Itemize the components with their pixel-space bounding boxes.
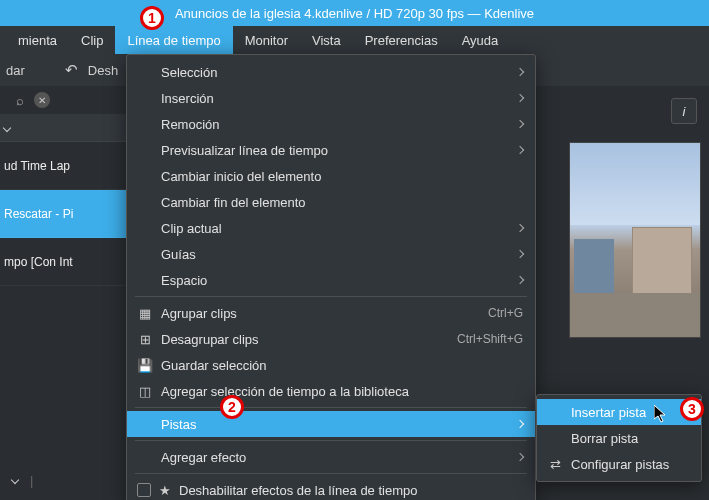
chevron-right-icon [516, 68, 524, 76]
checkbox-icon[interactable] [137, 483, 151, 497]
menu-separator [135, 407, 527, 408]
dropdown-icon[interactable] [11, 476, 19, 484]
clip-item[interactable]: mpo [Con Int [0, 238, 130, 286]
menu-item-deshabilitar-efectos[interactable]: ★ Deshabilitar efectos de la línea de ti… [127, 477, 535, 500]
ungroup-icon: ⊞ [137, 331, 153, 347]
monitor-preview[interactable] [569, 142, 701, 338]
menu-item-pistas[interactable]: Pistas [127, 411, 535, 437]
menu-item-agregar-biblioteca[interactable]: ◫Agregar selección de tiempo a la biblio… [127, 378, 535, 404]
menubar: mienta Clip Línea de tiempo Monitor Vist… [0, 26, 709, 54]
clip-item[interactable]: ud Time Lap [0, 142, 130, 190]
window-titlebar: Anuncios de la iglesia 4.kdenlive / HD 7… [0, 0, 709, 26]
save-icon: 💾 [137, 357, 153, 373]
menu-item-previsualizar[interactable]: Previsualizar línea de tiempo [127, 137, 535, 163]
close-icon[interactable]: ✕ [34, 92, 50, 108]
menu-item-remocion[interactable]: Remoción [127, 111, 535, 137]
chevron-right-icon [516, 224, 524, 232]
annotation-2: 2 [220, 395, 244, 419]
submenu-borrar-pista[interactable]: Borrar pista [537, 425, 701, 451]
menu-item-desagrupar[interactable]: ⊞Desagrupar clipsCtrl+Shift+G [127, 326, 535, 352]
menu-linea-de-tiempo[interactable]: Línea de tiempo [115, 26, 232, 54]
submenu-insertar-pista[interactable]: Insertar pista [537, 399, 701, 425]
window-title: Anuncios de la iglesia 4.kdenlive / HD 7… [175, 6, 534, 21]
menu-separator [135, 296, 527, 297]
chevron-right-icon [516, 453, 524, 461]
menu-item-guardar-seleccion[interactable]: 💾Guardar selección [127, 352, 535, 378]
search-icon[interactable]: ⌕ [16, 93, 24, 108]
menu-item-agrupar[interactable]: ▦Agrupar clipsCtrl+G [127, 300, 535, 326]
bookmark-icon: ◫ [137, 383, 153, 399]
menu-herramienta[interactable]: mienta [6, 26, 69, 54]
info-icon: i [683, 104, 686, 119]
menu-item-seleccion[interactable]: Selección [127, 59, 535, 85]
annotation-1: 1 [140, 6, 164, 30]
project-bin: ud Time Lap Rescatar - Pi mpo [Con Int [0, 114, 130, 286]
chevron-right-icon [516, 250, 524, 258]
timeline-menu: Selección Inserción Remoción Previsualiz… [126, 54, 536, 500]
chevron-right-icon [516, 146, 524, 154]
menu-vista[interactable]: Vista [300, 26, 353, 54]
menu-item-espacio[interactable]: Espacio [127, 267, 535, 293]
chevron-right-icon [516, 276, 524, 284]
menu-clip[interactable]: Clip [69, 26, 115, 54]
chevron-right-icon [516, 94, 524, 102]
star-icon: ★ [159, 483, 171, 498]
menu-item-insercion[interactable]: Inserción [127, 85, 535, 111]
chevron-right-icon [516, 420, 524, 428]
undo-button[interactable]: Desh [88, 63, 118, 78]
menu-preferencias[interactable]: Preferencias [353, 26, 450, 54]
bin-header[interactable] [0, 114, 130, 142]
menu-separator [135, 440, 527, 441]
menu-ayuda[interactable]: Ayuda [450, 26, 511, 54]
menu-item-clip-actual[interactable]: Clip actual [127, 215, 535, 241]
menu-separator [135, 473, 527, 474]
chevron-right-icon [516, 120, 524, 128]
info-button[interactable]: i [671, 98, 697, 124]
clip-item-selected[interactable]: Rescatar - Pi [0, 190, 130, 238]
menu-item-cambiar-inicio[interactable]: Cambiar inicio del elemento [127, 163, 535, 189]
chevron-down-icon [3, 123, 11, 131]
group-icon: ▦ [137, 305, 153, 321]
pistas-submenu: Insertar pista Borrar pista ⇄Configurar … [536, 394, 702, 482]
menu-item-cambiar-fin[interactable]: Cambiar fin del elemento [127, 189, 535, 215]
annotation-3: 3 [680, 397, 704, 421]
menu-item-agregar-efecto[interactable]: Agregar efecto [127, 444, 535, 470]
configure-icon: ⇄ [547, 456, 563, 472]
undo-icon[interactable]: ↶ [65, 61, 78, 79]
redo-button-fragment[interactable]: dar [6, 63, 25, 78]
submenu-configurar-pistas[interactable]: ⇄Configurar pistas [537, 451, 701, 477]
menu-item-guias[interactable]: Guías [127, 241, 535, 267]
menu-monitor[interactable]: Monitor [233, 26, 300, 54]
